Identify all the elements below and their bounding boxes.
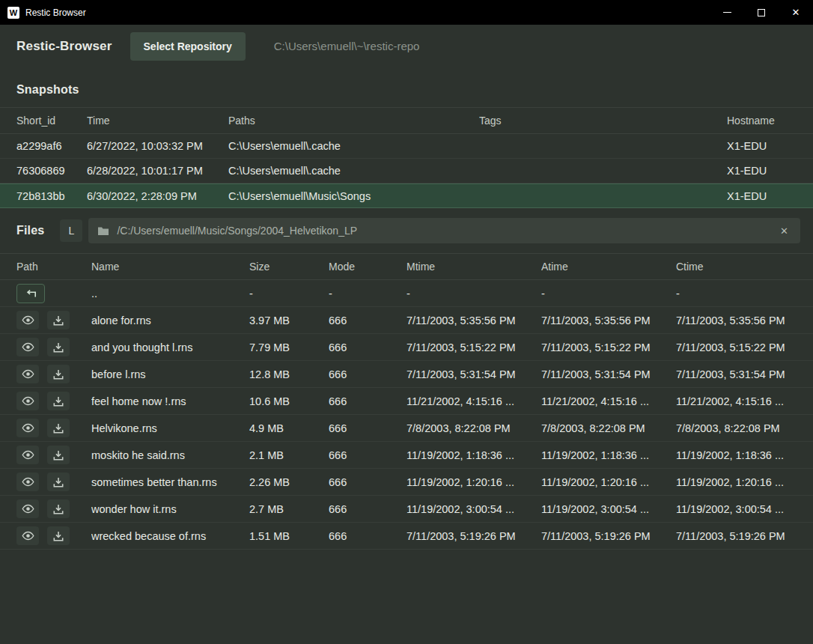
snapshot-row[interactable]: 72b813bb 6/30/2022, 2:28:09 PM C:\Users\…	[0, 183, 813, 208]
file-mode: 666	[329, 395, 406, 407]
snapshot-row[interactable]: a2299af6 6/27/2022, 10:03:32 PM C:\Users…	[0, 134, 813, 159]
file-name: wonder how it.rns	[91, 503, 249, 515]
eye-icon	[22, 396, 34, 406]
file-ctime: 11/21/2002, 4:15:16 ...	[676, 395, 797, 407]
preview-file-button[interactable]	[16, 446, 39, 464]
file-ctime: 7/8/2003, 8:22:08 PM	[676, 422, 797, 434]
download-icon	[53, 315, 64, 326]
file-actions	[16, 338, 91, 356]
snapshot-paths: C:\Users\emuell\Music\Songs	[228, 190, 479, 202]
eye-icon	[22, 477, 34, 487]
preview-file-button[interactable]	[16, 526, 39, 545]
parent-directory-arrow-icon	[25, 289, 37, 298]
snapshot-hostname: X1-EDU	[727, 140, 797, 152]
file-mode: 666	[329, 368, 406, 380]
file-actions	[16, 311, 91, 329]
file-name: moskito he said.rns	[91, 449, 249, 461]
snapshot-row[interactable]: 76306869 6/28/2022, 10:01:17 PM C:\Users…	[0, 159, 813, 183]
parent-directory-ctime: -	[676, 288, 797, 300]
file-row: wrecked because of.rns 1.51 MB 666 7/11/…	[0, 523, 813, 550]
file-mtime: 11/19/2002, 3:00:54 ...	[406, 503, 541, 515]
download-file-button[interactable]	[47, 311, 70, 329]
eye-icon	[22, 504, 34, 514]
download-file-button[interactable]	[47, 338, 70, 356]
file-mode: 666	[329, 449, 406, 461]
download-file-button[interactable]	[47, 392, 70, 410]
file-atime: 7/11/2003, 5:19:26 PM	[541, 530, 676, 542]
preview-file-button[interactable]	[16, 392, 39, 410]
file-ctime: 7/11/2003, 5:15:22 PM	[676, 341, 797, 353]
parent-directory-size: -	[249, 288, 329, 300]
file-name: before l.rns	[91, 368, 249, 380]
file-mtime: 7/11/2003, 5:19:26 PM	[406, 530, 541, 542]
eye-icon	[22, 342, 34, 352]
snapshot-time: 6/30/2022, 2:28:09 PM	[87, 190, 228, 202]
header: Restic-Browser Select Repository C:\User…	[0, 25, 813, 67]
eye-icon	[22, 315, 34, 325]
file-name: alone for.rns	[91, 315, 249, 326]
download-file-button[interactable]	[47, 473, 70, 491]
download-icon	[53, 450, 64, 461]
preview-file-button[interactable]	[16, 473, 39, 491]
preview-file-button[interactable]	[16, 365, 39, 383]
file-ctime: 7/11/2003, 5:35:56 PM	[676, 315, 797, 326]
parent-directory-row: .. - - - - -	[0, 280, 813, 307]
file-size: 2.1 MB	[249, 449, 329, 461]
file-actions	[16, 473, 91, 491]
snapshot-short-id: 72b813bb	[16, 190, 87, 202]
close-button[interactable]: ✕	[779, 0, 813, 25]
download-file-button[interactable]	[47, 419, 70, 437]
maximize-button[interactable]	[744, 0, 779, 25]
file-atime: 11/21/2002, 4:15:16 ...	[541, 395, 676, 407]
snapshots-section-title: Snapshots	[16, 83, 797, 97]
snapshot-hostname: X1-EDU	[727, 165, 797, 177]
preview-file-button[interactable]	[16, 311, 39, 329]
download-file-button[interactable]	[47, 526, 70, 545]
file-row: feel home now !.rns 10.6 MB 666 11/21/20…	[0, 388, 813, 415]
go-to-parent-button[interactable]	[16, 284, 45, 303]
files-section-title: Files	[16, 224, 44, 237]
file-mode: 666	[329, 530, 406, 542]
download-file-button[interactable]	[47, 499, 70, 518]
files-col-atime: Atime	[541, 261, 676, 273]
file-actions	[16, 446, 91, 464]
download-file-button[interactable]	[47, 446, 70, 464]
current-path-field[interactable]: /C:/Users/emuell/Music/Songs/2004_Helvet…	[88, 218, 800, 243]
parent-directory-atime: -	[541, 288, 676, 300]
file-actions	[16, 392, 91, 410]
snapshots-col-hostname: Hostname	[727, 115, 797, 127]
files-col-name: Name	[91, 261, 249, 273]
download-icon	[53, 369, 64, 380]
tree-view-toggle-button[interactable]: L	[60, 219, 82, 242]
snapshots-col-short-id: Short_id	[16, 115, 87, 127]
files-col-path: Path	[16, 261, 91, 273]
eye-icon	[22, 531, 34, 541]
file-atime: 11/19/2002, 1:18:36 ...	[541, 449, 676, 461]
file-mtime: 11/19/2002, 1:20:16 ...	[406, 476, 541, 488]
preview-file-button[interactable]	[16, 499, 39, 518]
snapshot-time: 6/27/2022, 10:03:32 PM	[87, 140, 228, 152]
minimize-button[interactable]	[710, 0, 744, 25]
file-ctime: 7/11/2003, 5:31:54 PM	[676, 368, 797, 380]
clear-path-button[interactable]: ✕	[777, 224, 791, 238]
preview-file-button[interactable]	[16, 338, 39, 356]
file-name: and you thought l.rns	[91, 341, 249, 353]
file-mode: 666	[329, 476, 406, 488]
file-mode: 666	[329, 422, 406, 434]
file-size: 3.97 MB	[249, 315, 329, 326]
file-atime: 7/11/2003, 5:35:56 PM	[541, 315, 676, 326]
files-col-ctime: Ctime	[676, 261, 797, 273]
file-row: and you thought l.rns 7.79 MB 666 7/11/2…	[0, 334, 813, 361]
snapshot-short-id: 76306869	[16, 165, 87, 177]
parent-directory-actions	[16, 284, 91, 303]
tree-view-icon: L	[69, 225, 75, 237]
files-col-mtime: Mtime	[406, 261, 541, 273]
file-atime: 11/19/2002, 3:00:54 ...	[541, 503, 676, 515]
file-mode: 666	[329, 315, 406, 326]
preview-file-button[interactable]	[16, 419, 39, 437]
file-actions	[16, 526, 91, 545]
download-file-button[interactable]	[47, 365, 70, 383]
snapshot-paths: C:\Users\emuell\.cache	[228, 140, 479, 152]
select-repository-button[interactable]: Select Repository	[130, 32, 246, 61]
file-row: sometimes better than.rns 2.26 MB 666 11…	[0, 469, 813, 496]
